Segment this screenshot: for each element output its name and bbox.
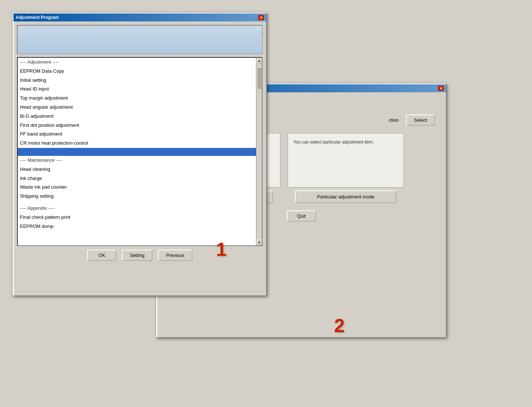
list-item[interactable]: First dot position adjustment [18, 121, 256, 130]
list-item[interactable]: Waste ink pad counter [18, 183, 256, 192]
list-item[interactable]: Bi-D adjustment [18, 112, 256, 121]
list-item[interactable]: Head ID input [18, 85, 256, 94]
connection-label: ction [389, 117, 398, 123]
quit-button[interactable]: Quit [287, 210, 316, 222]
list-item[interactable]: Head angular adjustment [18, 103, 256, 112]
annotation-1: 1 [216, 240, 227, 259]
annotation-2: 2 [334, 316, 345, 335]
list-item[interactable]: CR motor heat protection control [18, 139, 256, 148]
fg-title-bar: Adjustment Program ✕ [13, 13, 266, 21]
list-item[interactable]: PF band adjustment [18, 130, 256, 139]
setting-button[interactable]: Setting [122, 250, 152, 261]
list-item-selected[interactable] [18, 148, 256, 156]
ok-button[interactable]: OK [87, 250, 116, 261]
scrollbar-down-button[interactable]: ▼ [256, 239, 262, 245]
scrollbar-track[interactable] [256, 64, 262, 239]
preview-area [17, 25, 263, 54]
list-item[interactable]: ---- Adjustment ---- [18, 58, 256, 67]
list-item[interactable]: Head cleaning [18, 165, 256, 174]
select-button[interactable]: Select [406, 114, 435, 126]
list-container[interactable]: ---- Adjustment ---- EEPROM Data Copy In… [17, 57, 263, 246]
fg-window-title: Adjustment Program [16, 15, 59, 20]
foreground-window: Adjustment Program ✕ ---- Adjustment ---… [13, 13, 267, 296]
list-item[interactable]: Top margin adjustment [18, 94, 256, 103]
scrollbar-thumb[interactable] [257, 67, 261, 89]
list-item[interactable]: EEPROM dump [18, 222, 256, 231]
fg-window-content: ---- Adjustment ---- EEPROM Data Copy In… [13, 21, 266, 265]
bg-close-button[interactable]: ✕ [438, 86, 444, 91]
previous-button[interactable]: Previous [158, 250, 192, 261]
list-item[interactable]: Shipping setting [18, 192, 256, 201]
list-item[interactable]: Initial setting [18, 76, 256, 85]
scrollbar-up-button[interactable]: ▲ [256, 58, 262, 64]
list-scroll-area[interactable]: ---- Adjustment ---- EEPROM Data Copy In… [18, 58, 256, 245]
list-item[interactable]: EEPROM Data Copy [18, 67, 256, 76]
particular-mode-description: You can select particular adjustment ite… [288, 133, 404, 188]
fg-close-button[interactable]: ✕ [258, 15, 264, 20]
list-item[interactable]: Ink charge [18, 174, 256, 183]
list-item[interactable]: ---- Appendix ---- [18, 204, 256, 213]
particular-mode-button[interactable]: Particular adjustment mode [295, 190, 397, 203]
list-item[interactable]: Final check pattern print [18, 213, 256, 222]
list-spacer [18, 201, 256, 204]
scrollbar[interactable]: ▲ ▼ [256, 58, 262, 245]
list-item[interactable]: ---- Maintenance ---- [18, 156, 256, 165]
